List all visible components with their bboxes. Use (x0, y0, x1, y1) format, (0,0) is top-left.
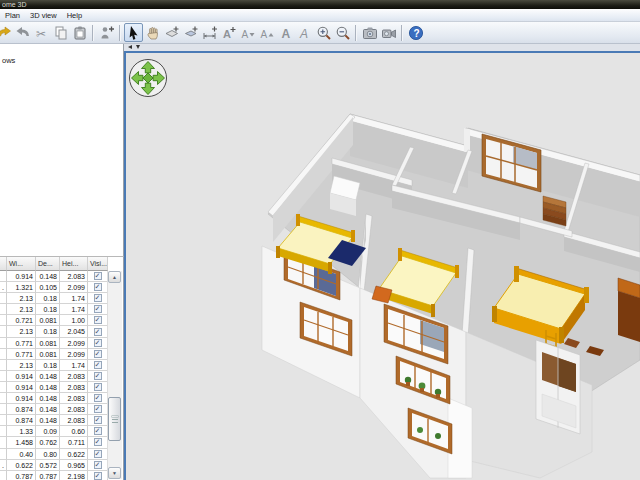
paste-button[interactable] (70, 23, 89, 42)
table-cell: 1.74 (60, 360, 88, 371)
table-scrollbar[interactable]: ▲ ▼ (107, 271, 122, 479)
table-row[interactable]: 0.7210.0811.00✓ (0, 315, 108, 326)
create-video-button[interactable] (379, 23, 398, 42)
copy-button[interactable] (51, 23, 70, 42)
visible-checkbox[interactable]: ✓ (94, 383, 102, 391)
column-header-width[interactable]: Wi... (7, 257, 36, 271)
visible-checkbox[interactable]: ✓ (94, 405, 102, 413)
table-cell (0, 271, 7, 282)
visible-checkbox[interactable]: ✓ (94, 472, 102, 480)
help-icon: ? (408, 25, 424, 41)
table-cell (0, 360, 7, 371)
table-row[interactable]: .0.6220.5720.965✓ (0, 460, 108, 471)
table-row[interactable]: 0.9140.1482.083✓ (0, 393, 108, 404)
create-photo-button[interactable] (360, 23, 379, 42)
visible-checkbox[interactable]: ✓ (94, 394, 102, 402)
table-cell: 2.099 (60, 338, 88, 349)
table-row[interactable]: 1.4580.7620.711✓ (0, 437, 108, 448)
table-cell: 0.18 (36, 293, 60, 304)
panel-splitter[interactable] (124, 44, 640, 51)
table-row[interactable]: 2.130.181.74✓ (0, 304, 108, 315)
add-furniture-button[interactable] (97, 23, 116, 42)
column-header-depth[interactable]: De... (36, 257, 60, 271)
visible-checkbox[interactable]: ✓ (94, 350, 102, 358)
zoom-out-button[interactable] (333, 23, 352, 42)
visible-checkbox[interactable]: ✓ (94, 372, 102, 380)
visible-checkbox[interactable]: ✓ (94, 427, 102, 435)
closet[interactable] (536, 340, 580, 434)
visible-checkbox[interactable]: ✓ (94, 450, 102, 458)
create-walls-button[interactable] (162, 23, 181, 42)
help-button[interactable]: ? (406, 23, 425, 42)
add-text-button[interactable]: A (219, 23, 238, 42)
table-row[interactable]: 0.8740.1482.083✓ (0, 404, 108, 415)
cut-button[interactable]: ✂ (32, 23, 51, 42)
scrollbar-thumb[interactable] (108, 397, 121, 441)
visible-checkbox[interactable]: ✓ (94, 339, 102, 347)
bold-icon: A (278, 25, 294, 41)
create-rooms-button[interactable] (181, 23, 200, 42)
visible-checkbox[interactable]: ✓ (94, 272, 102, 280)
table-cell: 0.081 (36, 349, 60, 360)
decrease-text-size-button[interactable]: A (238, 23, 257, 42)
wardrobe-white[interactable] (330, 176, 360, 216)
create-dimensions-button[interactable] (200, 23, 219, 42)
zoom-in-icon (316, 25, 332, 41)
menu-help[interactable]: Help (62, 11, 87, 20)
table-row[interactable]: 2.130.181.74✓ (0, 360, 108, 371)
furniture-catalog-panel[interactable]: ows (0, 44, 124, 257)
table-row[interactable]: .1.3210.1052.099✓ (0, 282, 108, 293)
visible-checkbox[interactable]: ✓ (94, 438, 102, 446)
create-rooms-icon (183, 25, 199, 41)
furniture-table-header[interactable]: Wi...De...Hei...Visi... (0, 257, 108, 271)
navigation-compass[interactable] (130, 60, 167, 97)
table-row[interactable]: 0.7710.0812.099✓ (0, 338, 108, 349)
table-cell: 0.787 (36, 471, 60, 480)
pan-button[interactable] (143, 23, 162, 42)
column-header-visible[interactable]: Visi... (88, 257, 108, 271)
table-cell: 0.148 (36, 382, 60, 393)
view3d-container (124, 44, 640, 480)
visible-checkbox[interactable]: ✓ (94, 294, 102, 302)
3d-view-canvas[interactable] (124, 51, 640, 480)
table-row[interactable]: 0.7870.7872.198✓ (0, 471, 108, 480)
visible-checkbox[interactable]: ✓ (94, 361, 102, 369)
table-cell: 2.13 (7, 304, 36, 315)
italic-button[interactable]: A (295, 23, 314, 42)
increase-text-size-button[interactable]: A (257, 23, 276, 42)
table-row[interactable]: 1.330.090.60✓ (0, 426, 108, 437)
visible-checkbox[interactable]: ✓ (94, 283, 102, 291)
wardrobe-brown[interactable] (618, 278, 640, 342)
bold-button[interactable]: A (276, 23, 295, 42)
table-row[interactable]: 0.9140.1482.083✓ (0, 271, 108, 282)
scroll-down-arrow[interactable]: ▼ (108, 467, 121, 479)
visible-checkbox[interactable]: ✓ (94, 328, 102, 336)
select-button[interactable] (124, 23, 143, 42)
menu-plan[interactable]: Plan (0, 11, 25, 20)
visible-checkbox[interactable]: ✓ (94, 316, 102, 324)
visible-checkbox[interactable]: ✓ (94, 416, 102, 424)
table-row[interactable]: 2.130.181.74✓ (0, 293, 108, 304)
scroll-up-arrow[interactable]: ▲ (108, 271, 121, 283)
table-cell-visible: ✓ (88, 304, 108, 315)
visible-checkbox[interactable]: ✓ (94, 461, 102, 469)
table-row[interactable]: 0.7710.0812.099✓ (0, 349, 108, 360)
undo-button[interactable] (0, 23, 13, 42)
table-row[interactable]: 0.9140.1482.083✓ (0, 382, 108, 393)
zoom-in-button[interactable] (314, 23, 333, 42)
menu-3d-view[interactable]: 3D view (25, 11, 62, 20)
table-cell: 0.762 (36, 437, 60, 448)
column-header-name[interactable] (0, 257, 7, 271)
splitter-expand-icon[interactable] (136, 45, 140, 49)
table-row[interactable]: 2.130.182.045✓ (0, 326, 108, 337)
table-row[interactable]: 0.400.800.622✓ (0, 449, 108, 460)
table-row[interactable]: 0.8740.1482.083✓ (0, 415, 108, 426)
table-cell-visible: ✓ (88, 326, 108, 337)
window-title-bar[interactable]: ome 3D (0, 0, 640, 9)
redo-button[interactable] (13, 23, 32, 42)
splitter-collapse-icon[interactable] (128, 45, 132, 49)
column-header-height[interactable]: Hei... (60, 257, 88, 271)
house[interactable] (262, 114, 640, 478)
table-row[interactable]: 0.9140.1482.083✓ (0, 371, 108, 382)
visible-checkbox[interactable]: ✓ (94, 305, 102, 313)
